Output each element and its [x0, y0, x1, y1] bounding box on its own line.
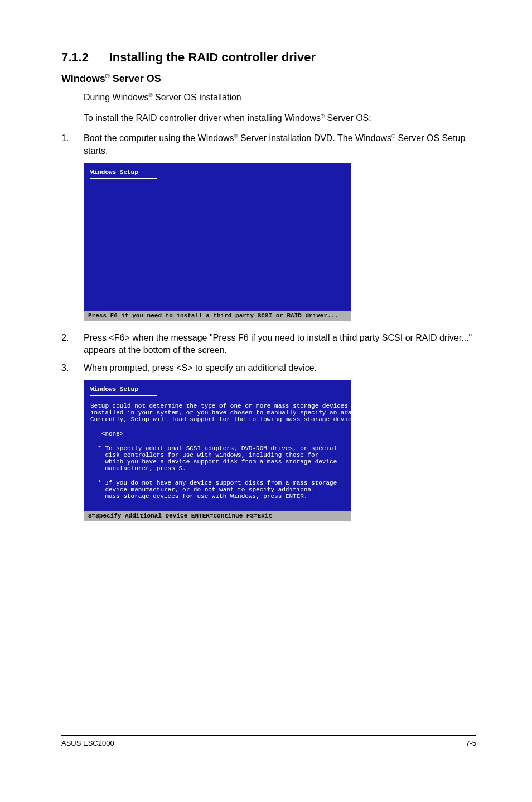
screenshot-text: * To specify additional SCSI adapters, D… — [90, 445, 345, 452]
screenshot-text: Setup could not determine the type of on… — [90, 403, 345, 409]
text-fragment: Server OS installation — [153, 93, 241, 102]
spacer — [90, 423, 345, 431]
spacer — [90, 437, 345, 445]
registered-icon: ® — [234, 133, 238, 139]
step-number: 2. — [61, 332, 84, 357]
spacer — [90, 472, 345, 480]
screenshot-text: device manufacturer, or do not want to s… — [90, 486, 345, 493]
screenshot-body: Windows Setup Setup could not determine … — [84, 380, 351, 511]
page-footer: ASUS ESC2000 7-5 — [61, 735, 476, 747]
text-fragment: Server installation DVD. The Windows — [238, 134, 391, 143]
screenshot-text: mass storage devices for use with Window… — [90, 493, 345, 500]
footer-right: 7-5 — [466, 739, 476, 747]
text-fragment: To install the RAID controller driver wh… — [84, 113, 321, 123]
screenshot-footer: Press F6 if you need to install a third … — [84, 311, 351, 321]
screenshot-text: which you have a device support disk fro… — [90, 458, 345, 465]
step-text: When prompted, press <S> to specify an a… — [84, 362, 476, 374]
subheading-suffix: Server OS — [110, 73, 161, 84]
screenshot-footer: S=Specify Additional Device ENTER=Contin… — [84, 511, 351, 521]
screenshot-body: Windows Setup — [84, 163, 351, 311]
step-number: 3. — [61, 362, 84, 374]
intro-line-1: During Windows® Server OS installation — [84, 91, 476, 104]
step-2: 2. Press <F6> when the message "Press F6… — [61, 332, 476, 357]
footer-left: ASUS ESC2000 — [61, 739, 114, 747]
screenshot-text: * If you do not have any device support … — [90, 480, 345, 486]
text-fragment: During Windows — [84, 93, 148, 102]
spacer — [90, 500, 345, 505]
screenshot-title: Windows Setup — [90, 169, 138, 177]
screenshot-text: disk controllers for use with Windows, i… — [90, 452, 345, 458]
divider — [90, 395, 157, 396]
screenshot-text: manufacturer, press S. — [90, 465, 345, 472]
screenshot-windows-setup-1: Windows Setup Press F6 if you need to in… — [84, 163, 351, 321]
screenshot-title: Windows Setup — [90, 386, 138, 394]
step-1: 1. Boot the computer using the Windows® … — [61, 132, 476, 157]
screenshot-windows-setup-2: Windows Setup Setup could not determine … — [84, 380, 351, 521]
registered-icon: ® — [391, 133, 395, 139]
subheading-prefix: Windows — [61, 73, 105, 84]
step-3: 3. When prompted, press <S> to specify a… — [61, 362, 476, 374]
registered-icon: ® — [148, 92, 152, 98]
registered-icon: ® — [105, 73, 110, 79]
step-text: Boot the computer using the Windows® Ser… — [84, 132, 476, 157]
step-text: Press <F6> when the message "Press F6 if… — [84, 332, 476, 357]
step-number: 1. — [61, 132, 84, 157]
screenshot-text: Currently, Setup will load support for t… — [90, 416, 345, 423]
intro-line-2: To install the RAID controller driver wh… — [84, 112, 476, 125]
blank-area — [90, 182, 345, 305]
text-fragment: Server OS: — [325, 113, 371, 123]
divider — [90, 178, 157, 179]
section-number: 7.1.2 — [61, 50, 89, 64]
screenshot-text: <none> — [90, 431, 345, 437]
subheading: Windows® Server OS — [61, 73, 476, 85]
section-title: Installing the RAID controller driver — [109, 50, 316, 64]
text-fragment: Boot the computer using the Windows — [84, 134, 234, 143]
section-heading: 7.1.2 Installing the RAID controller dri… — [61, 50, 476, 65]
screenshot-text: installed in your system, or you have ch… — [90, 409, 345, 416]
